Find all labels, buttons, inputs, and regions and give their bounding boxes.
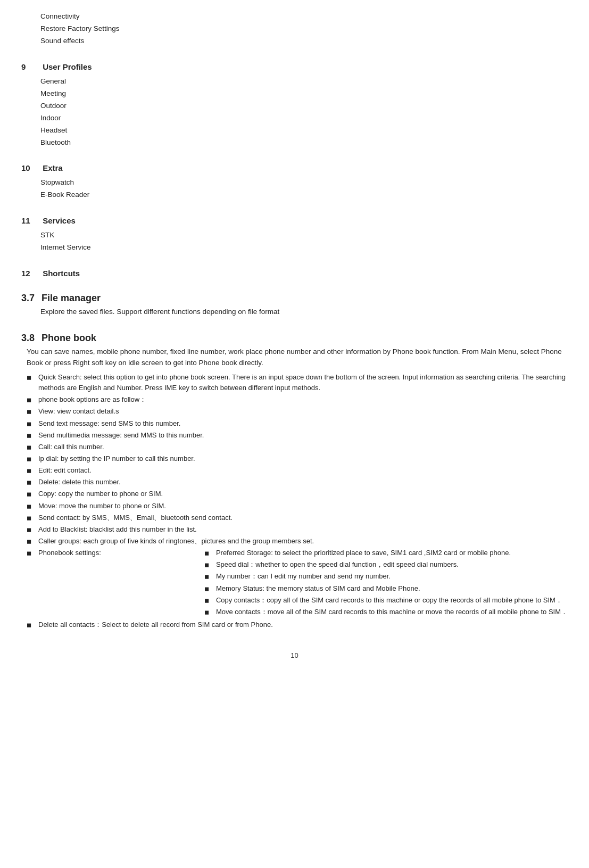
- bullet-item: ◼Caller groups: each group of five kinds…: [27, 536, 568, 547]
- bullet-item: ◼Copy: copy the number to phone or SIM.: [27, 489, 568, 499]
- toc-section9: 9 User Profiles GeneralMeetingOutdoorInd…: [21, 62, 568, 149]
- toc-item: Headset: [40, 125, 568, 137]
- bullet-text: Delete: delete this number.: [38, 477, 568, 487]
- bullet-text: Add to Blacklist: blacklist add this num…: [38, 524, 568, 535]
- toc-item: E-Book Reader: [40, 189, 568, 201]
- bullet-text: Quick Search: select this option to get …: [38, 372, 568, 393]
- bullet-icon: ◼: [27, 621, 38, 630]
- toc-section9-items: GeneralMeetingOutdoorIndoorHeadsetBlueto…: [21, 76, 568, 149]
- bullet-item: ◼Phonebook settings:◼Preferred Storage: …: [27, 548, 568, 618]
- toc-item: Internet Service: [40, 242, 568, 254]
- sub-bullet-icon: ◼: [204, 572, 216, 581]
- bullet-item: ◼Add to Blacklist: blacklist add this nu…: [27, 524, 568, 535]
- bullet-icon: ◼: [27, 537, 38, 546]
- bullet-text: Ip dial: by setting the IP number to cal…: [38, 453, 568, 464]
- sub-bullet-text: Memory Status: the memory status of SIM …: [216, 583, 568, 594]
- bullet-text: Call: call this number.: [38, 442, 568, 452]
- sub-bullet-icon: ◼: [204, 608, 216, 617]
- toc-item: Outdoor: [40, 100, 568, 112]
- bullet-icon: ◼: [27, 395, 38, 404]
- subsection-37: 3.7 File manager Explore the saved files…: [21, 293, 568, 318]
- bullet-icon: ◼: [27, 525, 38, 534]
- sub-bullet-item: ◼Preferred Storage: to select the priori…: [204, 548, 568, 558]
- bullet-icon: ◼: [27, 478, 38, 487]
- sub-bullet-item: ◼Move contacts：move all of the SIM card …: [204, 607, 568, 617]
- toc-section11-items: STKInternet Service: [21, 229, 568, 254]
- sub-bullet-text: Copy contacts：copy all of the SIM card r…: [216, 595, 568, 606]
- bullet-text: Send multimedia message: send MMS to thi…: [38, 430, 568, 441]
- sub-bullet-icon: ◼: [204, 584, 216, 593]
- toc-item: Bluetooth: [40, 137, 568, 149]
- bullet-icon: ◼: [27, 407, 38, 416]
- phonebook-bullet-list: ◼Quick Search: select this option to get…: [27, 372, 568, 630]
- page-number: 10: [21, 651, 568, 659]
- bullet-item: ◼Send contact: by SMS、MMS、Email、bluetoot…: [27, 512, 568, 523]
- bullet-item: ◼Move: move the number to phone or SIM.: [27, 501, 568, 511]
- bullet-icon: ◼: [27, 549, 38, 558]
- sub-bullet-text: Preferred Storage: to select the priorit…: [216, 548, 568, 558]
- toc-section10: 10 Extra StopwatchE-Book Reader: [21, 163, 568, 201]
- bullet-text: View: view contact detail.s: [38, 406, 568, 417]
- bullet-item: ◼Send multimedia message: send MMS to th…: [27, 430, 568, 441]
- bullet-text: Phonebook settings:: [38, 548, 188, 558]
- bullet-icon: ◼: [27, 514, 38, 523]
- sub-bullet-item: ◼Speed dial：whether to open the speed di…: [204, 559, 568, 570]
- bullet-text: Caller groups: each group of five kinds …: [38, 536, 568, 547]
- sub-bullet-icon: ◼: [204, 549, 216, 558]
- toc-section12: 12 Shortcuts: [21, 269, 568, 278]
- bullet-icon: ◼: [27, 431, 38, 440]
- bullet-item: ◼Call: call this number.: [27, 442, 568, 452]
- toc-item: Stopwatch: [40, 177, 568, 189]
- sub-bullet-text: My number：can I edit my number and send …: [216, 571, 568, 582]
- toc-item: General: [40, 76, 568, 88]
- sub-bullet-item: ◼Memory Status: the memory status of SIM…: [204, 583, 568, 594]
- bullet-icon: ◼: [27, 490, 38, 499]
- bullet-text: Send text message: send SMS to this numb…: [38, 418, 568, 429]
- bullet-icon: ◼: [27, 373, 38, 382]
- toc-connectivity: Connectivity Restore Factory Settings So…: [21, 11, 568, 47]
- sub-bullet-item: ◼My number：can I edit my number and send…: [204, 571, 568, 582]
- toc-section11: 11 Services STKInternet Service: [21, 216, 568, 254]
- bullet-item: ◼Ip dial: by setting the IP number to ca…: [27, 453, 568, 464]
- bullet-text: Edit: edit contact.: [38, 465, 568, 476]
- bullet-icon: ◼: [27, 502, 38, 511]
- bullet-text: Delete all contacts：Select to delete all…: [38, 619, 568, 630]
- bullet-icon: ◼: [27, 419, 38, 428]
- toc-item: STK: [40, 229, 568, 242]
- toc-item: Meeting: [40, 88, 568, 100]
- bullet-item: ◼Delete: delete this number.: [27, 477, 568, 487]
- sub-bullet-text: Move contacts：move all of the SIM card r…: [216, 607, 568, 617]
- bullet-item: ◼Delete all contacts：Select to delete al…: [27, 619, 568, 630]
- bullet-item: ◼Quick Search: select this option to get…: [27, 372, 568, 393]
- bullet-item: ◼Send text message: send SMS to this num…: [27, 418, 568, 429]
- sub-bullet-list: ◼Preferred Storage: to select the priori…: [204, 548, 568, 618]
- sub-bullet-item: ◼Copy contacts：copy all of the SIM card …: [204, 595, 568, 606]
- toc-item: Indoor: [40, 112, 568, 125]
- subsection-38: 3.8 Phone book You can save names, mobil…: [21, 333, 568, 630]
- bullet-text: phone book options are as follow：: [38, 394, 568, 405]
- bullet-icon: ◼: [27, 466, 38, 475]
- bullet-icon: ◼: [27, 454, 38, 464]
- bullet-text: Send contact: by SMS、MMS、Email、bluetooth…: [38, 512, 568, 523]
- bullet-item: ◼Edit: edit contact.: [27, 465, 568, 476]
- bullet-text: Copy: copy the number to phone or SIM.: [38, 489, 568, 499]
- sub-bullet-icon: ◼: [204, 560, 216, 569]
- toc-section10-items: StopwatchE-Book Reader: [21, 177, 568, 201]
- bullet-text: Move: move the number to phone or SIM.: [38, 501, 568, 511]
- bullet-item: ◼View: view contact detail.s: [27, 406, 568, 417]
- sub-bullet-text: Speed dial：whether to open the speed dia…: [216, 559, 568, 570]
- bullet-icon: ◼: [27, 443, 38, 452]
- bullet-item: ◼phone book options are as follow：: [27, 394, 568, 405]
- sub-bullet-icon: ◼: [204, 596, 216, 605]
